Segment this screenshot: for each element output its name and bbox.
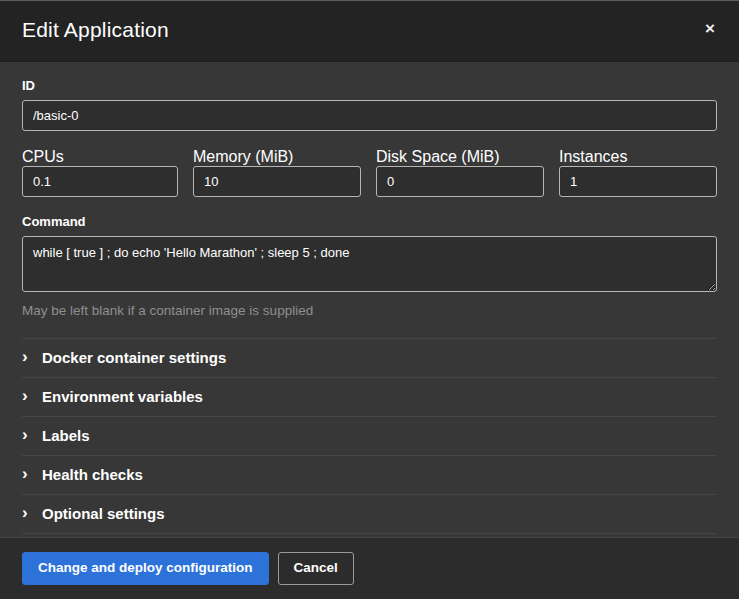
- modal-body: ID CPUs Memory (MiB) Disk Space (MiB) In…: [0, 62, 739, 537]
- section-label: Docker container settings: [42, 349, 226, 366]
- cpus-field-group: CPUs: [22, 148, 178, 197]
- cpus-input[interactable]: [22, 166, 178, 197]
- section-label: Optional settings: [42, 505, 165, 522]
- section-label: Health checks: [42, 466, 143, 483]
- memory-input[interactable]: [193, 166, 361, 197]
- instances-input[interactable]: [559, 166, 717, 197]
- resources-row: CPUs Memory (MiB) Disk Space (MiB) Insta…: [22, 148, 717, 197]
- chevron-right-icon: ›: [22, 426, 42, 443]
- memory-label: Memory (MiB): [193, 148, 293, 165]
- disk-input[interactable]: [376, 166, 544, 197]
- command-label: Command: [22, 214, 717, 229]
- change-and-deploy-button[interactable]: Change and deploy configuration: [22, 552, 269, 585]
- disk-label: Disk Space (MiB): [376, 148, 500, 165]
- instances-field-group: Instances: [559, 148, 717, 197]
- command-help-text: May be left blank if a container image i…: [22, 303, 717, 318]
- command-field-group: Command while [ true ] ; do echo 'Hello …: [22, 214, 717, 318]
- id-label: ID: [22, 78, 717, 93]
- chevron-right-icon: ›: [22, 387, 42, 404]
- section-health-checks[interactable]: › Health checks: [22, 455, 717, 494]
- edit-application-modal: Edit Application × ID CPUs Memory (MiB) …: [0, 0, 739, 599]
- id-input[interactable]: [22, 100, 717, 131]
- section-label: Environment variables: [42, 388, 203, 405]
- modal-footer: Change and deploy configuration Cancel: [0, 537, 739, 599]
- chevron-right-icon: ›: [22, 348, 42, 365]
- section-optional-settings[interactable]: › Optional settings: [22, 494, 717, 534]
- cpus-label: CPUs: [22, 148, 64, 165]
- chevron-right-icon: ›: [22, 465, 42, 482]
- chevron-right-icon: ›: [22, 504, 42, 521]
- id-field-group: ID: [22, 78, 717, 131]
- memory-field-group: Memory (MiB): [193, 148, 361, 197]
- modal-title: Edit Application: [22, 18, 169, 42]
- section-label: Labels: [42, 427, 90, 444]
- instances-label: Instances: [559, 148, 627, 165]
- collapsible-sections: › Docker container settings › Environmen…: [22, 338, 717, 534]
- section-docker-container-settings[interactable]: › Docker container settings: [22, 338, 717, 377]
- modal-header: Edit Application ×: [0, 1, 739, 62]
- command-input[interactable]: while [ true ] ; do echo 'Hello Marathon…: [22, 236, 717, 292]
- cancel-button[interactable]: Cancel: [278, 552, 354, 585]
- section-environment-variables[interactable]: › Environment variables: [22, 377, 717, 416]
- section-labels[interactable]: › Labels: [22, 416, 717, 455]
- close-icon[interactable]: ×: [701, 18, 719, 39]
- disk-field-group: Disk Space (MiB): [376, 148, 544, 197]
